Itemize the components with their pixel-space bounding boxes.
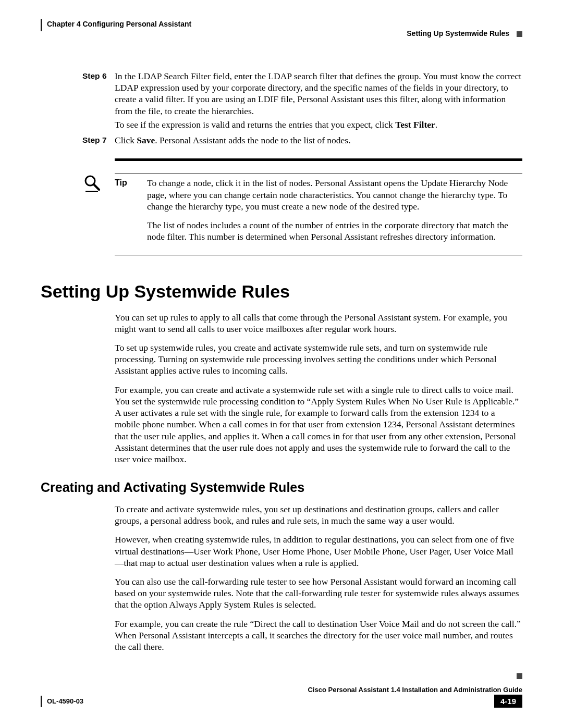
tip-p1: To change a node, click it in the list o… (147, 177, 522, 212)
step-7-label: Step 7 (82, 134, 115, 148)
tip-row: Tip To change a node, click it in the li… (115, 177, 522, 250)
step-7: Step 7 Click Save. Personal Assistant ad… (82, 134, 522, 148)
footer-docid: OL-4590-03 (41, 696, 83, 707)
tip-label: Tip (115, 177, 147, 250)
tip-p2: The list of nodes includes a count of th… (147, 219, 522, 242)
page-header: Chapter 4 Configuring Personal Assistant… (41, 19, 522, 42)
step-7-body: Click Save. Personal Assistant adds the … (115, 134, 522, 148)
section-heading-h2: Creating and Activating Systemwide Rules (41, 479, 522, 496)
chapter-label: Chapter 4 Configuring Personal Assistant (41, 19, 191, 31)
section-2-body: To create and activate systemwide rules,… (115, 503, 522, 652)
step-6-label: Step 6 (82, 70, 115, 132)
sec2-p1: To create and activate systemwide rules,… (115, 503, 522, 526)
footer-page-number: 4-19 (494, 695, 522, 708)
header-marker-icon (517, 31, 522, 37)
tip-bottom-rule (115, 255, 522, 255)
tip-content: Tip To change a node, click it in the li… (115, 174, 522, 255)
tip-icon (82, 174, 101, 192)
tip-top-rule (115, 174, 522, 174)
footer-title: Cisco Personal Assistant 1.4 Installatio… (41, 686, 522, 694)
step-6-p1: In the LDAP Search Filter field, enter t… (115, 70, 522, 117)
sec1-p3: For example, you can create and activate… (115, 384, 522, 465)
sec1-p2: To set up systemwide rules, you create a… (115, 342, 522, 377)
content: Step 6 In the LDAP Search Filter field, … (41, 70, 522, 652)
steps-end-rule (115, 158, 522, 161)
step-7-p1: Click Save. Personal Assistant adds the … (115, 134, 522, 146)
section-label: Setting Up Systemwide Rules (407, 29, 522, 38)
step-6-body: In the LDAP Search Filter field, enter t… (115, 70, 522, 132)
tip-body: To change a node, click it in the list o… (147, 177, 522, 250)
step-6-p2: To see if the expression is valid and re… (115, 119, 522, 130)
svg-line-1 (94, 184, 99, 190)
footer-marker-icon (517, 673, 522, 679)
tip-block: Tip To change a node, click it in the li… (82, 174, 522, 255)
section-label-text: Setting Up Systemwide Rules (407, 29, 509, 38)
sec2-p4: For example, you can create the rule “Di… (115, 618, 522, 653)
section-heading-h1: Setting Up Systemwide Rules (41, 280, 522, 303)
tip-icon-cell (82, 174, 115, 255)
footer-bar: OL-4590-03 4-19 (41, 696, 522, 708)
page-footer: Cisco Personal Assistant 1.4 Installatio… (41, 686, 522, 708)
sec2-p2: However, when creating systemwide rules,… (115, 534, 522, 569)
page: Chapter 4 Configuring Personal Assistant… (0, 0, 563, 728)
sec1-p1: You can set up rules to apply to all cal… (115, 312, 522, 335)
section-1-body: You can set up rules to apply to all cal… (115, 312, 522, 465)
step-6: Step 6 In the LDAP Search Filter field, … (82, 70, 522, 132)
sec2-p3: You can also use the call-forwarding rul… (115, 576, 522, 611)
